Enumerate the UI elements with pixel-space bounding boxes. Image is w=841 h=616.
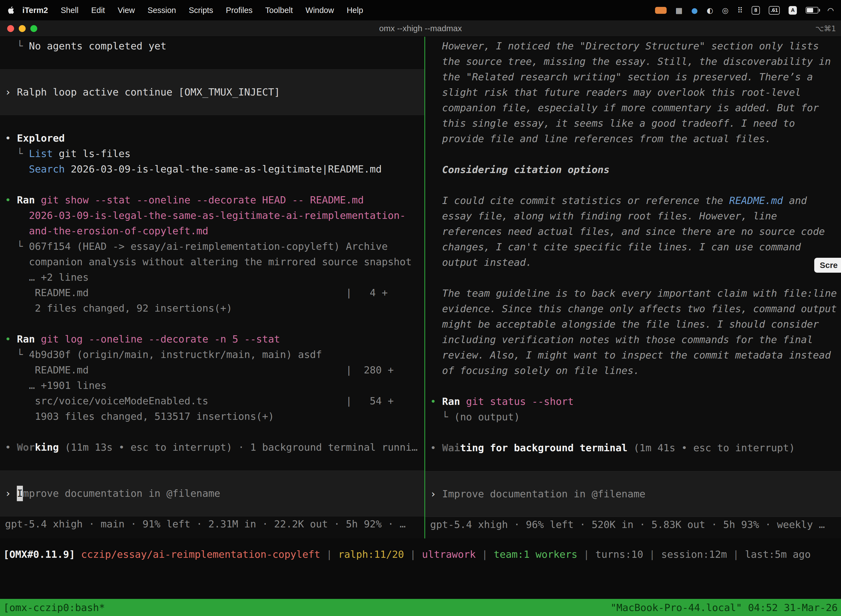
terminal-line: review. Also, I might want to inspect th… bbox=[425, 348, 841, 363]
text-segment-shimb: ting for background terminal bbox=[460, 442, 627, 453]
close-button[interactable] bbox=[7, 25, 14, 32]
text-segment-ithead: Considering citation options bbox=[430, 164, 610, 175]
model-status-line: gpt-5.4 xhigh · 96% left · 520K in · 5.8… bbox=[425, 517, 841, 532]
waiting-status-line: • Waiting for background terminal (1m 41… bbox=[425, 440, 841, 456]
blank-line bbox=[425, 456, 841, 471]
thinking-heading: Considering citation options bbox=[425, 162, 841, 177]
text-segment-it: essay file, along with finding root file… bbox=[430, 210, 777, 221]
text-segment-dim: … +1901 lines bbox=[5, 380, 107, 391]
text-segment-prompt: › bbox=[5, 84, 17, 100]
text-segment-tree: └ bbox=[5, 40, 29, 51]
terminal-pane-left[interactable]: └ No agents completed yet› Ralph loop ac… bbox=[0, 37, 424, 538]
text-segment-dim2: turns:10 bbox=[595, 549, 643, 560]
dark-mode-icon[interactable]: ◐ bbox=[707, 7, 713, 14]
text-segment-it: references need actual files, and since … bbox=[430, 226, 825, 237]
terminal-line: … +1901 lines bbox=[0, 378, 424, 393]
text-segment-it: might be acceptable alongside the file l… bbox=[430, 318, 819, 330]
menu-item-toolbelt[interactable]: Toolbelt bbox=[259, 6, 299, 15]
terminal-line: slight risk that future readers may over… bbox=[425, 85, 841, 100]
terminal-line: └ List git ls-files bbox=[0, 146, 424, 161]
menu-item-profiles[interactable]: Profiles bbox=[220, 6, 259, 15]
terminal-line: references need actual files, and since … bbox=[425, 224, 841, 239]
text-segment-shimd: Wai bbox=[442, 442, 460, 453]
text-segment-mag: ultrawork bbox=[422, 549, 476, 560]
apple-menu-icon[interactable] bbox=[7, 6, 14, 14]
terminal-line: the source tree, missing the essay. Stil… bbox=[425, 54, 841, 69]
composer-input[interactable]: › Improve documentation in @filename bbox=[0, 471, 424, 516]
text-segment-sep: | bbox=[727, 549, 745, 560]
terminal-pane-right[interactable]: However, I noticed the "Directory Struct… bbox=[425, 37, 841, 538]
battery-icon[interactable] bbox=[806, 7, 818, 13]
text-segment-tree: └ bbox=[5, 349, 29, 360]
text-segment-it: companion file, especially if more comme… bbox=[430, 102, 819, 113]
terminal-line: The team guideline is to back every impo… bbox=[425, 286, 841, 301]
text-segment-dim: (1m 41s • esc to interrupt) bbox=[627, 442, 795, 453]
text-segment-it: I could cite commit statistics or refere… bbox=[430, 195, 729, 206]
terminal-line: output instead. bbox=[425, 255, 841, 270]
composer-input[interactable]: › Improve documentation in @filename bbox=[425, 471, 841, 517]
wifi-icon[interactable]: ◠ bbox=[827, 7, 834, 14]
dots-grid-icon[interactable]: ⠿ bbox=[737, 7, 743, 14]
text-segment-shimd: Wor bbox=[17, 441, 35, 453]
menu-item-scripts[interactable]: Scripts bbox=[182, 6, 220, 15]
blank-line bbox=[0, 455, 424, 471]
terminal-line: companion analysis without altering the … bbox=[0, 254, 424, 270]
text-segment-dim: gpt-5.4 xhigh · main · 91% left · 2.31M … bbox=[5, 518, 406, 529]
text-segment-magenta: git log --oneline --decorate -n 5 --stat bbox=[41, 333, 280, 345]
blank-line bbox=[0, 115, 424, 131]
terminal-line: essay file, along with finding root file… bbox=[425, 208, 841, 224]
text-segment-dim: 2 files changed, 92 insertions(+) bbox=[5, 302, 232, 314]
menu-item-window[interactable]: Window bbox=[299, 6, 340, 15]
blank-line bbox=[425, 147, 841, 162]
text-segment-it: However, I noticed the "Directory Struct… bbox=[430, 40, 819, 51]
text-segment-sep: | bbox=[476, 549, 494, 560]
blank-line bbox=[0, 316, 424, 331]
terminal-line: including verification notes with those … bbox=[425, 332, 841, 348]
terminal-area: └ No agents completed yet› Ralph loop ac… bbox=[0, 37, 841, 538]
text-segment-prompt: › bbox=[430, 486, 442, 502]
text-segment-dim: • bbox=[5, 441, 17, 453]
text-segment-dim: 067f154 (HEAD -> essay/ai-reimplementati… bbox=[29, 241, 388, 252]
terminal-line: • Ran git show --stat --oneline --decora… bbox=[0, 192, 424, 208]
record-disc-icon[interactable]: ◎ bbox=[722, 7, 729, 14]
zoom-button[interactable] bbox=[30, 25, 37, 32]
menu-item-help[interactable]: Help bbox=[340, 6, 369, 15]
gauge-badge-icon[interactable]: .61 bbox=[769, 6, 780, 15]
menu-status-icons: ▦●◐◎⠿8.61A◠ bbox=[655, 6, 834, 15]
text-segment-fg: git ls-files bbox=[53, 148, 130, 159]
ralph-loop-banner[interactable]: › Ralph loop active continue [OMX_TMUX_I… bbox=[0, 69, 424, 115]
terminal-line: this single essay, it seems like a good … bbox=[425, 116, 841, 131]
text-segment-bold: Ran bbox=[17, 194, 41, 205]
text-segment-magenta: git show --stat --oneline --decorate HEA… bbox=[41, 194, 364, 205]
keyboard-viewer-icon[interactable]: ▦ bbox=[675, 7, 683, 14]
text-segment-it: changes, I can't cite specific file line… bbox=[430, 241, 801, 252]
window-title: omx --xhigh --madmax bbox=[379, 24, 462, 33]
text-segment-dim2: last:5m ago bbox=[745, 549, 811, 560]
text-segment-fg: • bbox=[5, 132, 17, 144]
menu-item-iterm2[interactable]: iTerm2 bbox=[16, 6, 54, 15]
text-segment-dim: Improve documentation in @filename bbox=[442, 486, 645, 502]
screen-share-tooltip[interactable]: Scre bbox=[814, 258, 841, 273]
text-segment-fg: 2026-03-09-is-legal-the-same-as-legitima… bbox=[65, 163, 382, 175]
window-title-bar[interactable]: omx --xhigh --madmax ⌥⌘1 bbox=[0, 21, 841, 37]
text-segment-dim: 1903 files changed, 513517 insertions(+) bbox=[5, 411, 274, 422]
terminal-line: 1903 files changed, 513517 insertions(+) bbox=[0, 409, 424, 424]
menu-item-view[interactable]: View bbox=[111, 6, 141, 15]
menu-item-edit[interactable]: Edit bbox=[85, 6, 111, 15]
terminal-line: changes, I can't cite specific file line… bbox=[425, 239, 841, 255]
text-segment-it: the source tree, missing the essay. Stil… bbox=[430, 56, 831, 67]
key-badge-icon[interactable]: 8 bbox=[752, 6, 760, 15]
menu-item-shell[interactable]: Shell bbox=[54, 6, 85, 15]
minimize-button[interactable] bbox=[19, 25, 26, 32]
blank-line bbox=[425, 177, 841, 193]
terminal-line: └ (no output) bbox=[425, 409, 841, 425]
screen-recording-indicator[interactable] bbox=[655, 7, 667, 14]
text-segment-sep: | bbox=[404, 549, 422, 560]
terminal-line: companion file, especially if more comme… bbox=[425, 100, 841, 116]
menu-item-session[interactable]: Session bbox=[141, 6, 182, 15]
terminal-line: • Ran git status --short bbox=[425, 394, 841, 409]
text-segment-it: and bbox=[783, 195, 807, 206]
input-source-icon[interactable]: A bbox=[788, 6, 797, 15]
droplet-icon[interactable]: ● bbox=[692, 7, 698, 14]
text-segment-bold: Explored bbox=[17, 132, 64, 144]
